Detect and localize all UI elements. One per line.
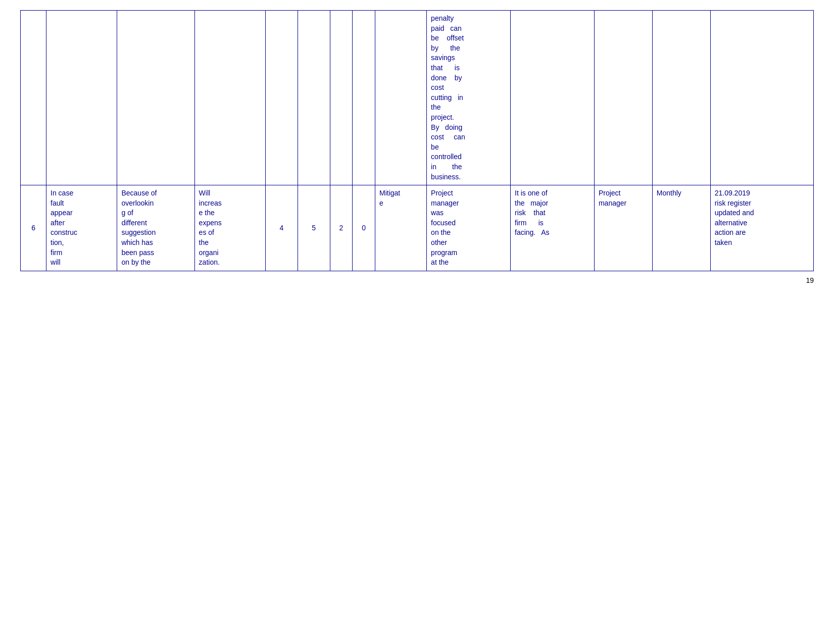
table-row-top: penaltypaid canbe offsetby thesavingstha… (21, 11, 814, 185)
penalty-text: penaltypaid canbe offsetby thesavingstha… (431, 14, 465, 181)
cell-top-4 (194, 11, 265, 185)
cell-top-3 (117, 11, 194, 185)
cell-row6-col7b: 0 (353, 185, 375, 271)
cell-row6-col11: Projectmanager (594, 185, 652, 271)
cell-row6-num: 6 (21, 185, 46, 271)
cell-row6-col5: 4 (266, 185, 298, 271)
page-container: penaltypaid canbe offsetby thesavingstha… (0, 0, 834, 644)
cell-row6-col2: In casefaultappearafterconstruction,firm… (46, 185, 117, 271)
cell-top-7a (330, 11, 353, 185)
cell-top-6 (298, 11, 330, 185)
cell-top-5 (266, 11, 298, 185)
cell-row6-col9: Projectmanagerwasfocusedon theotherprogr… (427, 185, 511, 271)
cell-top-8 (375, 11, 426, 185)
cell-row6-col7a: 2 (330, 185, 353, 271)
cell-top-12 (652, 11, 710, 185)
cell-row6-col13: 21.09.2019risk registerupdated andaltern… (710, 185, 813, 271)
cell-row6-col8: Mitigate (375, 185, 426, 271)
page-number: 19 (20, 276, 814, 284)
cell-top-13 (710, 11, 813, 185)
cell-top-10 (511, 11, 595, 185)
cell-row6-col6: 5 (298, 185, 330, 271)
cell-top-9: penaltypaid canbe offsetby thesavingstha… (427, 11, 511, 185)
cell-row6-col12: Monthly (652, 185, 710, 271)
cell-row6-col3: Because ofoverlooking ofdifferentsuggest… (117, 185, 194, 271)
cell-top-7b (353, 11, 375, 185)
cell-row6-col4: Willincrease theexpenses oftheorganizati… (194, 185, 265, 271)
cell-row6-col10: It is one ofthe majorrisk thatfirm isfac… (511, 185, 595, 271)
cell-top-2 (46, 11, 117, 185)
cell-top-11 (594, 11, 652, 185)
cell-top-1 (21, 11, 46, 185)
risk-table: penaltypaid canbe offsetby thesavingstha… (20, 10, 814, 271)
table-row-6: 6 In casefaultappearafterconstruction,fi… (21, 185, 814, 271)
